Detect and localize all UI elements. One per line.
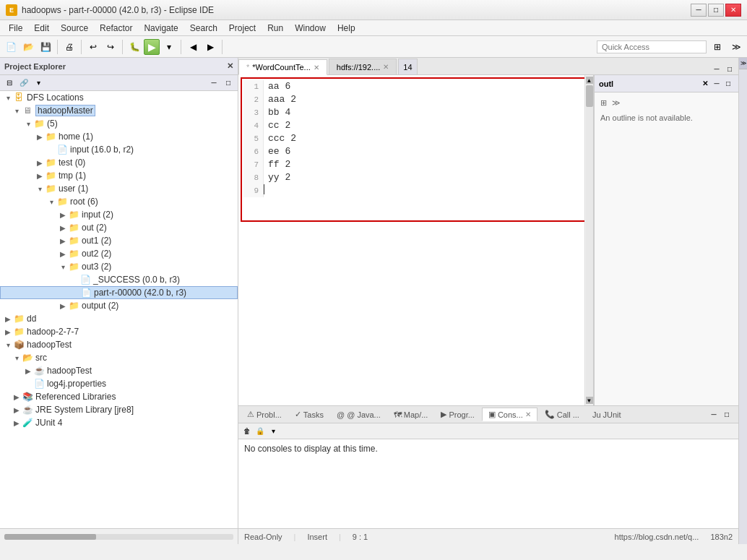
- tab-close-button[interactable]: ✕: [314, 64, 319, 72]
- expand-icon[interactable]: ▾: [23, 120, 33, 128]
- console-dropdown[interactable]: ▾: [267, 426, 279, 437]
- console-tab-console[interactable]: ▣ Cons... ✕: [482, 408, 537, 421]
- save-button[interactable]: 💾: [38, 39, 53, 55]
- expand-icon[interactable]: ▾: [12, 354, 22, 362]
- tree-item-log4j[interactable]: 📄 log4j.properties: [0, 377, 238, 390]
- tree-item-out2[interactable]: ▶ 📁 out2 (2): [0, 247, 238, 260]
- outline-sort-icon[interactable]: ⊞: [600, 98, 607, 107]
- console-clear-button[interactable]: 🗑: [241, 426, 253, 437]
- tree-item-dfs-locations[interactable]: ▾ 🗄 DFS Locations: [0, 91, 238, 104]
- tab-14[interactable]: 14: [398, 59, 417, 74]
- right-sidebar-btn[interactable]: ≫: [739, 58, 747, 69]
- tab-hdfs[interactable]: hdfs://192.... ✕: [329, 59, 397, 74]
- debug-button[interactable]: 🐛: [126, 39, 142, 55]
- expand-icon[interactable]: ▶: [23, 367, 33, 375]
- tree-item-hadooptest-pkg[interactable]: ▶ ☕ hadoopTest: [0, 364, 238, 377]
- expand-icon[interactable]: ▶: [12, 393, 22, 401]
- menu-edit[interactable]: Edit: [28, 20, 55, 36]
- tree-item-ref-libs[interactable]: ▶ 📚 Referenced Libraries: [0, 390, 238, 403]
- tree-item-hadoopmaster[interactable]: ▾ 🖥 hadoopMaster: [0, 104, 238, 117]
- menu-source[interactable]: Source: [55, 20, 94, 36]
- tree-item-output[interactable]: ▶ 📁 output (2): [0, 299, 238, 312]
- tree-item-user[interactable]: ▾ 📁 user (1): [0, 182, 238, 195]
- expand-icon[interactable]: ▾: [3, 94, 13, 102]
- open-button[interactable]: 📂: [20, 39, 36, 55]
- tree-item-dd[interactable]: ▶ 📁 dd: [0, 312, 238, 325]
- menu-project[interactable]: Project: [223, 20, 262, 36]
- menu-help[interactable]: Help: [332, 20, 361, 36]
- expand-icon[interactable]: ▾: [58, 263, 68, 271]
- console-tab-map[interactable]: 🗺 Map/...: [388, 409, 434, 421]
- run-button[interactable]: ▶: [144, 39, 160, 55]
- expand-icon[interactable]: ▶: [58, 302, 68, 310]
- expand-icon[interactable]: ▶: [35, 172, 45, 180]
- console-max-button[interactable]: □: [721, 409, 733, 421]
- toolbar-extra[interactable]: ≫: [728, 39, 744, 55]
- expand-icon[interactable]: ▶: [35, 159, 45, 167]
- outline-max-button[interactable]: □: [722, 78, 734, 90]
- expand-icon[interactable]: ▶: [58, 250, 68, 258]
- outline-min-button[interactable]: ─: [711, 78, 722, 90]
- tree-item-input2[interactable]: ▶ 📁 input (2): [0, 208, 238, 221]
- tree-item-input16[interactable]: 📄 input (16.0 b, r2): [0, 143, 238, 156]
- expand-icon[interactable]: ▶: [12, 419, 22, 427]
- tree-item-tmp[interactable]: ▶ 📁 tmp (1): [0, 169, 238, 182]
- project-explorer-close[interactable]: ✕: [227, 61, 233, 71]
- sidebar-menu-button[interactable]: ▾: [32, 77, 45, 90]
- collapse-all-button[interactable]: ⊟: [3, 77, 16, 90]
- console-tab-close[interactable]: ✕: [525, 410, 531, 418]
- console-tab-junit[interactable]: Ju JUnit: [587, 409, 627, 421]
- expand-icon[interactable]: ▶: [35, 133, 45, 141]
- minimize-sidebar-button[interactable]: ─: [207, 77, 220, 90]
- menu-navigate[interactable]: Navigate: [138, 20, 183, 36]
- minimize-button[interactable]: ─: [691, 4, 707, 17]
- perspective-btn[interactable]: ⊞: [709, 39, 725, 55]
- back-button[interactable]: ◀: [185, 39, 201, 55]
- menu-run[interactable]: Run: [262, 20, 289, 36]
- console-tab-call[interactable]: 📞 Call ...: [539, 408, 585, 421]
- menu-search[interactable]: Search: [184, 20, 223, 36]
- tree-item-out1[interactable]: ▶ 📁 out1 (2): [0, 234, 238, 247]
- console-scroll-lock[interactable]: 🔒: [254, 426, 266, 437]
- outline-extra-icon[interactable]: ≫: [612, 98, 621, 107]
- link-editor-button[interactable]: 🔗: [17, 77, 30, 90]
- undo-button[interactable]: ↩: [85, 39, 101, 55]
- tree-item-hadoop277[interactable]: ▶ 📁 hadoop-2-7-7: [0, 325, 238, 338]
- console-tab-java[interactable]: @ @ Java...: [331, 409, 387, 421]
- quick-access-input[interactable]: [597, 40, 707, 53]
- menu-file[interactable]: File: [3, 20, 28, 36]
- print-button[interactable]: 🖨: [61, 39, 77, 55]
- tree-item-root5[interactable]: ▾ 📁 (5): [0, 117, 238, 130]
- tab-close-button[interactable]: ✕: [383, 63, 389, 71]
- tree-item-out3[interactable]: ▾ 📁 out3 (2): [0, 260, 238, 273]
- console-tab-tasks[interactable]: ✓ Tasks: [289, 408, 329, 421]
- new-button[interactable]: 📄: [3, 39, 19, 55]
- expand-icon[interactable]: ▶: [58, 211, 68, 219]
- forward-button[interactable]: ▶: [202, 39, 218, 55]
- tree-item-hadooptest[interactable]: ▾ 📦 hadoopTest: [0, 338, 238, 351]
- tree-item-src[interactable]: ▾ 📂 src: [0, 351, 238, 364]
- editor-max-button[interactable]: □: [724, 63, 735, 74]
- maximize-sidebar-button[interactable]: □: [222, 77, 235, 90]
- tab-wordcount[interactable]: * *WordCountTe... ✕: [238, 59, 327, 75]
- expand-icon[interactable]: ▾: [3, 341, 13, 349]
- code-editor[interactable]: 1 aa 6 2 aaa 2 3 bb 4 4 cc 2: [238, 75, 594, 405]
- sidebar-scrollbar[interactable]: [0, 528, 238, 544]
- tree-item-junit[interactable]: ▶ 🧪 JUnit 4: [0, 416, 238, 429]
- tree-item-jre[interactable]: ▶ ☕ JRE System Library [jre8]: [0, 403, 238, 416]
- run-dropdown[interactable]: ▾: [161, 39, 177, 55]
- redo-button[interactable]: ↪: [103, 39, 118, 55]
- expand-icon[interactable]: ▾: [12, 107, 22, 115]
- console-tab-problems[interactable]: ⚠ Probl...: [241, 408, 288, 421]
- tree-item-test[interactable]: ▶ 📁 test (0): [0, 156, 238, 169]
- scroll-down-button[interactable]: ▼: [586, 397, 593, 404]
- expand-icon[interactable]: ▾: [46, 198, 56, 206]
- tree-item-part-file[interactable]: 📄 part-r-00000 (42.0 b, r3): [0, 286, 238, 299]
- expand-icon[interactable]: ▶: [3, 315, 13, 323]
- menu-window[interactable]: Window: [289, 20, 332, 36]
- expand-icon[interactable]: ▶: [3, 328, 13, 336]
- menu-refactor[interactable]: Refactor: [94, 20, 138, 36]
- expand-icon[interactable]: ▶: [12, 406, 22, 414]
- editor-min-button[interactable]: ─: [711, 63, 722, 74]
- close-button[interactable]: ✕: [725, 4, 741, 17]
